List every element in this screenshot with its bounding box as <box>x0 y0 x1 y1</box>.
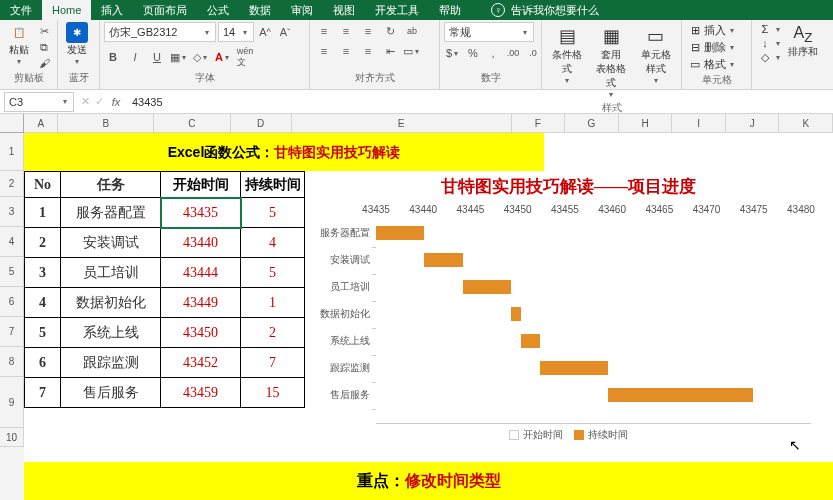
cell-start[interactable]: 43440 <box>161 228 241 258</box>
col-header[interactable]: H <box>619 114 673 133</box>
col-header[interactable]: B <box>58 114 154 133</box>
tell-me[interactable]: ♀ 告诉我你想要什么 <box>491 3 599 18</box>
tab-layout[interactable]: 页面布局 <box>133 0 197 20</box>
currency-icon[interactable]: $▾ <box>444 44 462 62</box>
th-dur[interactable]: 持续时间 <box>241 172 305 198</box>
col-header[interactable]: J <box>726 114 780 133</box>
tab-review[interactable]: 审阅 <box>281 0 323 20</box>
align-middle-icon[interactable]: ≡ <box>336 22 356 40</box>
col-header[interactable]: G <box>565 114 619 133</box>
align-center-icon[interactable]: ≡ <box>336 42 356 60</box>
col-header[interactable]: A <box>24 114 58 133</box>
cell-no[interactable]: 6 <box>25 348 61 378</box>
cell-start[interactable]: 43452 <box>161 348 241 378</box>
row-header[interactable]: 3 <box>0 197 24 227</box>
cell-dur[interactable]: 4 <box>241 228 305 258</box>
col-header[interactable]: K <box>779 114 833 133</box>
align-bottom-icon[interactable]: ≡ <box>358 22 378 40</box>
cell-task[interactable]: 跟踪监测 <box>61 348 161 378</box>
cell-no[interactable]: 5 <box>25 318 61 348</box>
cell-task[interactable]: 服务器配置 <box>61 198 161 228</box>
align-top-icon[interactable]: ≡ <box>314 22 334 40</box>
row-header[interactable]: 8 <box>0 347 24 377</box>
font-color-button[interactable]: A▾ <box>214 48 232 66</box>
paste-button[interactable]: 📋 粘贴 ▾ <box>4 22 34 66</box>
col-header[interactable]: D <box>231 114 292 133</box>
col-header[interactable]: I <box>672 114 726 133</box>
cell-dur[interactable]: 2 <box>241 318 305 348</box>
bluetooth-send-button[interactable]: ✱ 发送 ▾ <box>62 22 92 66</box>
autosum-button[interactable]: Σ▾ <box>756 22 784 36</box>
enter-icon[interactable]: ✓ <box>92 95 106 108</box>
font-family-select[interactable]: 仿宋_GB2312▾ <box>104 22 216 42</box>
clear-button[interactable]: ◇▾ <box>756 50 784 65</box>
cell-task[interactable]: 售后服务 <box>61 378 161 408</box>
font-size-select[interactable]: 14▾ <box>218 22 254 42</box>
copy-icon[interactable]: ⧉ <box>36 40 52 54</box>
delete-cells-button[interactable]: ⊟删除▾ <box>686 39 738 56</box>
cell-dur[interactable]: 7 <box>241 348 305 378</box>
tab-formula[interactable]: 公式 <box>197 0 239 20</box>
cell-dur[interactable]: 5 <box>241 258 305 288</box>
gantt-chart[interactable]: 甘特图实用技巧解读——项目进度 434354344043445434504345… <box>306 171 831 461</box>
cut-icon[interactable]: ✂ <box>36 24 52 38</box>
format-as-table-button[interactable]: ▦套用 表格格式▾ <box>590 22 632 101</box>
percent-icon[interactable]: % <box>464 44 482 62</box>
col-header[interactable]: F <box>512 114 566 133</box>
tab-home[interactable]: Home <box>42 0 91 20</box>
fx-button[interactable]: fx <box>106 96 126 108</box>
indent-dec-icon[interactable]: ⇤ <box>380 42 400 60</box>
row-header[interactable]: 4 <box>0 227 24 257</box>
row-header[interactable]: 6 <box>0 287 24 317</box>
cancel-icon[interactable]: ✕ <box>78 95 92 108</box>
italic-button[interactable]: I <box>126 48 144 66</box>
bold-button[interactable]: B <box>104 48 122 66</box>
comma-icon[interactable]: , <box>484 44 502 62</box>
tab-data[interactable]: 数据 <box>239 0 281 20</box>
cell-no[interactable]: 1 <box>25 198 61 228</box>
row-header[interactable]: 7 <box>0 317 24 347</box>
number-format-select[interactable]: 常规▾ <box>444 22 534 42</box>
fill-button[interactable]: ↓▾ <box>756 36 784 50</box>
cell-task[interactable]: 数据初始化 <box>61 288 161 318</box>
cell-no[interactable]: 3 <box>25 258 61 288</box>
cell-no[interactable]: 7 <box>25 378 61 408</box>
col-header[interactable]: C <box>154 114 231 133</box>
border-button[interactable]: ▦▾ <box>170 48 188 66</box>
tab-view[interactable]: 视图 <box>323 0 365 20</box>
cell-task[interactable]: 员工培训 <box>61 258 161 288</box>
cell-no[interactable]: 2 <box>25 228 61 258</box>
cell-start[interactable]: 43435 <box>161 198 241 228</box>
fill-color-button[interactable]: ◇▾ <box>192 48 210 66</box>
row-header[interactable]: 2 <box>0 171 24 197</box>
cell-start[interactable]: 43449 <box>161 288 241 318</box>
cell-start[interactable]: 43450 <box>161 318 241 348</box>
align-right-icon[interactable]: ≡ <box>358 42 378 60</box>
shrink-font-icon[interactable]: Aˇ <box>276 23 294 41</box>
row-header[interactable]: 5 <box>0 257 24 287</box>
th-task[interactable]: 任务 <box>61 172 161 198</box>
insert-cells-button[interactable]: ⊞插入▾ <box>686 22 738 39</box>
col-header[interactable]: E <box>292 114 512 133</box>
conditional-format-button[interactable]: ▤条件格式▾ <box>546 22 588 87</box>
cell-dur[interactable]: 15 <box>241 378 305 408</box>
cell-no[interactable]: 4 <box>25 288 61 318</box>
cell-styles-button[interactable]: ▭单元格样式▾ <box>635 22 677 87</box>
name-box[interactable]: C3▾ <box>4 92 74 112</box>
sort-filter-button[interactable]: AZ排序和 <box>786 22 820 61</box>
dec-decimal-icon[interactable]: .0 <box>524 44 542 62</box>
format-painter-icon[interactable]: 🖌 <box>36 56 52 70</box>
row-header[interactable]: 10 <box>0 428 24 447</box>
cell-task[interactable]: 系统上线 <box>61 318 161 348</box>
cell-start[interactable]: 43444 <box>161 258 241 288</box>
cell-dur[interactable]: 5 <box>241 198 305 228</box>
th-no[interactable]: No <box>25 172 61 198</box>
tab-insert[interactable]: 插入 <box>91 0 133 20</box>
cell-dur[interactable]: 1 <box>241 288 305 318</box>
phonetic-button[interactable]: wén文 <box>236 48 254 66</box>
underline-button[interactable]: U <box>148 48 166 66</box>
th-start[interactable]: 开始时间 <box>161 172 241 198</box>
format-cells-button[interactable]: ▭格式▾ <box>686 56 738 73</box>
tab-dev[interactable]: 开发工具 <box>365 0 429 20</box>
grow-font-icon[interactable]: A^ <box>256 23 274 41</box>
